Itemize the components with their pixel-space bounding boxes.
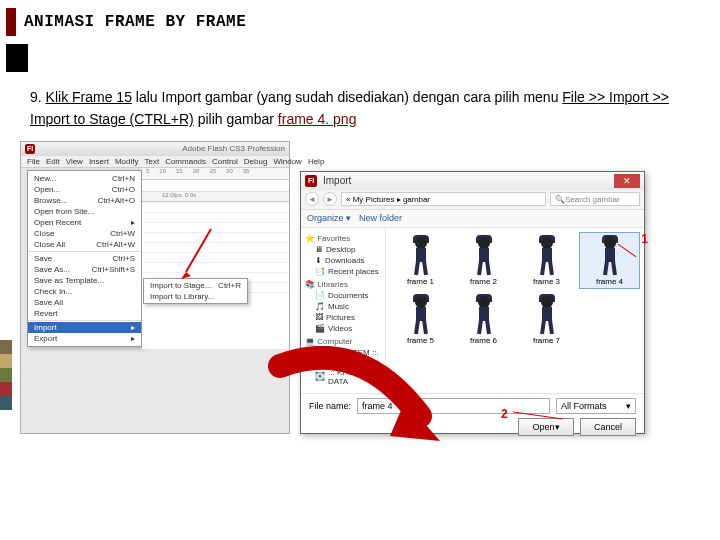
cancel-button[interactable]: Cancel — [580, 418, 636, 436]
sidebar-recent[interactable]: 📑 Recent places — [305, 266, 381, 277]
menu-control[interactable]: Control — [212, 157, 238, 166]
menu-open-site[interactable]: Open from Site... — [28, 206, 141, 217]
menu-save-as[interactable]: Save As...Ctrl+Shift+S — [28, 264, 141, 275]
ruler-tick: 10 — [159, 168, 166, 179]
sidebar-computer[interactable]: 💻 Computer — [305, 337, 381, 346]
ruler-tick: 20 — [193, 168, 200, 179]
menu-save-all[interactable]: Save All — [28, 297, 141, 308]
sidebar-music[interactable]: 🎵 Music — [305, 301, 381, 312]
side-color-stripe — [0, 340, 12, 410]
menu-file[interactable]: File — [27, 157, 40, 166]
menu-window[interactable]: Window — [273, 157, 301, 166]
menu-open[interactable]: Open...Ctrl+O — [28, 184, 141, 195]
organize-button[interactable]: Organize ▾ — [307, 213, 351, 223]
file-thumb[interactable]: frame 2 — [453, 232, 514, 289]
instruction-text: 9. Klik Frame 15 lalu Import gambar (yan… — [0, 72, 720, 141]
dialog-sidebar: ⭐ Favorites 🖥 Desktop ⬇ Downloads 📑 Rece… — [301, 228, 386, 393]
menu-save-template[interactable]: Save as Template... — [28, 275, 141, 286]
flash-app-screenshot: Fl Adobe Flash CS3 Profession File Edit … — [20, 141, 290, 434]
chevron-down-icon: ▾ — [626, 401, 631, 411]
ruler-tick: 15 — [176, 168, 183, 179]
menu-revert[interactable]: Revert — [28, 308, 141, 319]
ruler-tick: 35 — [243, 168, 250, 179]
format-combo[interactable]: All Formats▾ — [556, 398, 636, 414]
forward-button[interactable]: ► — [323, 192, 337, 206]
menu-sep — [28, 251, 141, 252]
search-input[interactable]: 🔍 Search gambar — [550, 192, 640, 206]
text-klik-frame: Klik Frame 15 — [46, 89, 132, 105]
menu-browse[interactable]: Browse...Ctrl+Alt+O — [28, 195, 141, 206]
sidebar-libraries[interactable]: 📚 Libraries — [305, 280, 381, 289]
open-button[interactable]: Open ▾ — [518, 418, 574, 436]
flash-logo-icon: Fl — [25, 144, 35, 154]
text-part4: pilih gambar — [194, 111, 278, 127]
import-dialog: Fl Import ✕ ◄ ► « My Pictures ▸ gambar 🔍… — [300, 171, 645, 434]
file-grid: frame 1 frame 2 frame 3 frame 4 frame 5 … — [386, 228, 644, 393]
sidebar-pictures[interactable]: 🖼 Pictures — [305, 312, 381, 323]
callout-2: 2 — [501, 407, 508, 421]
menu-help[interactable]: Help — [308, 157, 324, 166]
menu-new[interactable]: New...Ctrl+N — [28, 173, 141, 184]
file-dropdown[interactable]: New...Ctrl+N Open...Ctrl+O Browse...Ctrl… — [27, 170, 142, 347]
sidebar-videos[interactable]: 🎬 Videos — [305, 323, 381, 334]
menu-view[interactable]: View — [66, 157, 83, 166]
menu-text[interactable]: Text — [144, 157, 159, 166]
ruler-tick: 5 — [146, 168, 149, 179]
text-filename: frame 4. png — [278, 111, 357, 127]
ruler-tick: 25 — [209, 168, 216, 179]
timeline-time: 0.0s — [185, 192, 196, 198]
timeline-ruler[interactable]: 5 10 15 20 25 30 35 — [142, 168, 289, 180]
filename-input[interactable]: frame 4 — [357, 398, 550, 414]
menu-open-recent[interactable]: Open Recent▸ — [28, 217, 141, 228]
file-thumb-selected[interactable]: frame 4 — [579, 232, 640, 289]
menu-import[interactable]: Import▸ — [28, 322, 141, 333]
ruler-tick: 30 — [226, 168, 233, 179]
menu-close-all[interactable]: Close AllCtrl+Alt+W — [28, 239, 141, 250]
menu-commands[interactable]: Commands — [165, 157, 206, 166]
flash-menubar[interactable]: File Edit View Insert Modify Text Comman… — [21, 156, 289, 168]
file-thumb[interactable]: frame 5 — [390, 291, 451, 348]
decor-block — [6, 44, 28, 72]
dialog-title: Import — [323, 175, 351, 186]
sidebar-drive-d[interactable]: 💽 .:: KHUSUS DATA — [305, 367, 381, 387]
step-number: 9. — [30, 89, 42, 105]
menu-import-stage[interactable]: Import to Stage...Ctrl+R — [144, 280, 247, 291]
filename-label: File name: — [309, 401, 351, 411]
sidebar-drive-c[interactable]: 💽 .:: SYSTEM ::. (C:) — [305, 347, 381, 367]
file-thumb[interactable]: frame 7 — [516, 291, 577, 348]
menu-export[interactable]: Export▸ — [28, 333, 141, 344]
slide-title: ANIMASI FRAME BY FRAME — [24, 13, 246, 31]
callout-1: 1 — [641, 232, 648, 246]
close-button[interactable]: ✕ — [614, 174, 640, 188]
flash-logo-icon: Fl — [305, 175, 317, 187]
menu-save[interactable]: SaveCtrl+S — [28, 253, 141, 264]
menu-sep — [28, 320, 141, 321]
timeline-fps: 12.0fps — [162, 192, 182, 198]
new-folder-button[interactable]: New folder — [359, 213, 402, 223]
path-breadcrumb[interactable]: « My Pictures ▸ gambar — [341, 192, 546, 206]
sidebar-documents[interactable]: 📄 Documents — [305, 290, 381, 301]
back-button[interactable]: ◄ — [305, 192, 319, 206]
file-thumb[interactable]: frame 1 — [390, 232, 451, 289]
menu-edit[interactable]: Edit — [46, 157, 60, 166]
file-thumb[interactable]: frame 6 — [453, 291, 514, 348]
text-part2: lalu Import gambar (yang sudah disediaka… — [132, 89, 562, 105]
title-accent — [6, 8, 16, 36]
menu-modify[interactable]: Modify — [115, 157, 139, 166]
file-thumb[interactable]: frame 3 — [516, 232, 577, 289]
sidebar-downloads[interactable]: ⬇ Downloads — [305, 255, 381, 266]
import-submenu[interactable]: Import to Stage...Ctrl+R Import to Libra… — [143, 278, 248, 304]
menu-debug[interactable]: Debug — [244, 157, 268, 166]
sidebar-desktop[interactable]: 🖥 Desktop — [305, 244, 381, 255]
menu-import-library[interactable]: Import to Library... — [144, 291, 247, 302]
menu-checkin[interactable]: Check In... — [28, 286, 141, 297]
menu-insert[interactable]: Insert — [89, 157, 109, 166]
flash-app-title: Adobe Flash CS3 Profession — [182, 144, 285, 153]
sidebar-favorites[interactable]: ⭐ Favorites — [305, 234, 381, 243]
menu-close[interactable]: CloseCtrl+W — [28, 228, 141, 239]
